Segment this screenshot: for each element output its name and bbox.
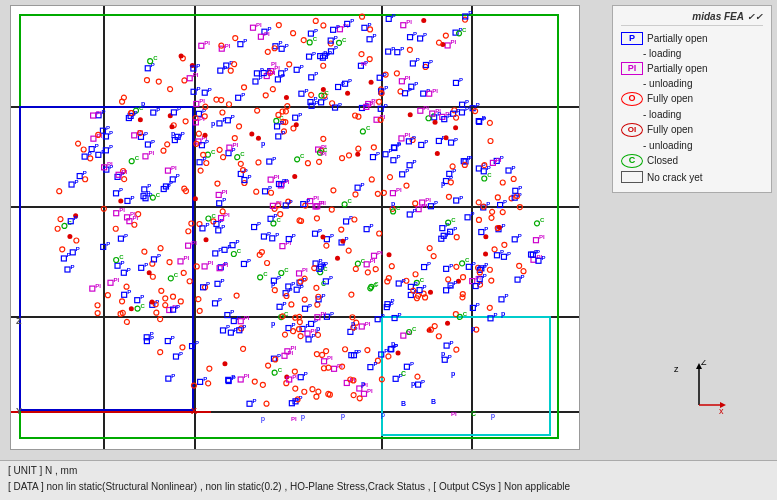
- main-container: Z Y X Z x z midas FEA: [0, 0, 777, 500]
- legend-panel: midas FEA ✓✓ P Partially open - loading …: [612, 5, 772, 193]
- legend-item-fully-open-unloading: OI Fully open: [621, 123, 763, 137]
- legend-item-fully-open-loading: O Fully open: [621, 92, 763, 106]
- legend-item-partially-open-unloading: PI Partially open: [621, 62, 763, 75]
- legend-text-partially-open-loading: Partially open: [647, 32, 708, 45]
- legend-title: midas FEA: [692, 11, 744, 22]
- canvas-area: Z Y X: [10, 5, 580, 450]
- svg-text:z: z: [674, 364, 679, 374]
- legend-subtext-loading2: - loading: [621, 109, 763, 120]
- legend-item-no-crack: No crack yet: [621, 171, 763, 184]
- legend-item-partially-open-loading: P Partially open: [621, 32, 763, 45]
- legend-symbol-rect: [621, 171, 643, 183]
- legend-symbol-p: P: [621, 32, 643, 45]
- legend-subtext-unloading2: - unloading: [621, 140, 763, 151]
- axis-indicator: Z x z: [672, 360, 727, 415]
- svg-text:Z: Z: [701, 360, 707, 367]
- legend-item-closed: C Closed: [621, 154, 763, 168]
- legend-subtext-loading: - loading: [621, 48, 763, 59]
- legend-text-closed: Closed: [647, 154, 678, 167]
- legend-text-fully-open-loading: Fully open: [647, 92, 693, 105]
- legend-symbol-oi: OI: [621, 123, 643, 137]
- legend-subtext-unloading1: - unloading: [621, 78, 763, 89]
- status-bar: [ UNIT ] N , mm [ DATA ] non lin static(…: [0, 460, 777, 500]
- legend-symbol-c: C: [621, 154, 643, 168]
- status-line2: [ DATA ] non lin static(Structural Nonli…: [8, 479, 769, 495]
- svg-text:x: x: [719, 406, 724, 415]
- legend-text-fully-open-unloading: Fully open: [647, 123, 693, 136]
- legend-symbol-o: O: [621, 92, 643, 106]
- legend-text-no-crack: No crack yet: [647, 171, 703, 184]
- legend-symbol-pi: PI: [621, 62, 643, 75]
- status-line1: [ UNIT ] N , mm: [8, 463, 769, 479]
- legend-text-partially-open-unloading: Partially open: [647, 62, 708, 75]
- legend-header: midas FEA ✓✓: [621, 11, 763, 26]
